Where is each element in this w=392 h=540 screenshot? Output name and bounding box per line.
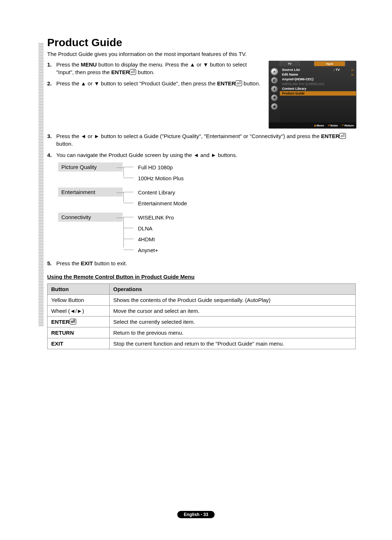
table-row: Wheel (◄/►)Move the cursor and select an… xyxy=(48,306,356,317)
step-text: Press the ◄ or ► button to select a Guid… xyxy=(56,132,356,148)
tree-group: ConnectivityWISELINK ProDLNA4HDMIAnynet+ xyxy=(58,213,356,255)
osd-icon-setup: ◆ xyxy=(271,103,278,110)
hint-move: ◆Move xyxy=(314,124,324,127)
enter-icon: ⏎ xyxy=(70,319,76,325)
step-text: Press the ▲ or ▼ button to select "Produ… xyxy=(56,80,265,87)
table-row: EXITStop the current function and return… xyxy=(48,338,356,349)
enter-icon: ⏎ xyxy=(339,133,346,139)
tree-item: 4HDMI xyxy=(134,234,356,244)
osd-row: Anynet+(HDMI-CEC) xyxy=(282,77,354,82)
tree-category: Picture Quality xyxy=(58,162,123,172)
osd-icon-picture: ◐ xyxy=(271,77,278,84)
osd-label: Product Guide xyxy=(282,92,354,95)
step-4: 4. You can navigate the Product Guide sc… xyxy=(47,151,356,159)
manual-page: Product Guide The Product Guide gives yo… xyxy=(0,0,392,540)
osd-row: Source List: TV▷ xyxy=(282,68,354,72)
intro-text: The Product Guide gives you information … xyxy=(47,50,356,58)
tree-item: Full HD 1080p xyxy=(134,162,356,172)
ornament-left-bar xyxy=(38,43,44,326)
osd-footer-hints: ◆Move ⏎Enter ↶Return xyxy=(269,122,356,128)
tree-item: Entertainment Mode xyxy=(134,198,356,208)
table-row: ENTER⏎Select the currently selected item… xyxy=(48,317,356,327)
step-number: 3. xyxy=(47,132,56,148)
tree-group: Picture QualityFull HD 1080p100Hz Motion… xyxy=(58,162,356,183)
step-number: 2. xyxy=(47,80,56,87)
osd-value: : TV xyxy=(334,68,352,72)
cell-button: Yellow Button xyxy=(48,295,110,306)
tree-category: Entertainment xyxy=(58,188,123,197)
th-operations: Operations xyxy=(110,284,356,295)
tree-item: Content Library xyxy=(134,188,356,197)
table-row: Yellow ButtonShows the contents of the P… xyxy=(48,295,356,306)
enter-icon: ⏎ xyxy=(236,80,242,86)
cell-operation: Move the cursor and select an item. xyxy=(110,306,356,317)
osd-label: Edit Name xyxy=(282,73,352,76)
osd-icon-input: ▸ xyxy=(271,68,278,75)
subheading: Using the Remote Control Button in Produ… xyxy=(47,274,356,280)
osd-icon-sound: ● xyxy=(271,86,278,92)
steps-list-cont: 3. Press the ◄ or ► button to select a G… xyxy=(47,132,356,159)
step-5: 5. Press the EXIT button to exit. xyxy=(47,259,356,267)
osd-side-icons: ▸ ◐ ● ✱ ◆ xyxy=(269,66,280,123)
tree-item: WISELINK Pro xyxy=(134,213,356,222)
osd-label: Anynet+(HDMI-CEC) xyxy=(282,77,354,81)
step-text: Press the EXIT button to exit. xyxy=(56,259,356,267)
tree-category: Connectivity xyxy=(58,213,123,222)
step-text: Press the MENU button to display the men… xyxy=(56,61,265,76)
cell-button: RETURN xyxy=(48,327,110,338)
arrow-icon: ▷ xyxy=(352,68,354,72)
hint-return: ↶Return xyxy=(342,124,354,127)
osd-label: Source List xyxy=(282,68,334,72)
cell-operation: Shows the contents of the Product Guide … xyxy=(110,295,356,306)
osd-row: Edit Name▷ xyxy=(282,72,354,77)
tab-tv: TV xyxy=(280,61,299,66)
arrow-icon: ▷ xyxy=(352,73,354,76)
osd-tabs: TV Input xyxy=(269,61,356,66)
content-area: Product Guide The Product Guide gives yo… xyxy=(47,36,356,349)
step-number: 4. xyxy=(47,151,56,159)
cell-operation: Return to the previous menu. xyxy=(110,327,356,338)
cell-operation: Stop the current function and return to … xyxy=(110,338,356,349)
tab-input: Input xyxy=(314,61,345,66)
steps-list: 1. Press the MENU button to display the … xyxy=(47,61,265,129)
cell-button: ENTER⏎ xyxy=(48,317,110,327)
osd-window: TV Input ▸ ◐ ● ✱ ◆ Source List: TV▷Edit … xyxy=(269,61,356,129)
remote-operations-table: Button Operations Yellow ButtonShows the… xyxy=(47,283,356,349)
osd-label: Content Library xyxy=(282,87,354,90)
cell-button: EXIT xyxy=(48,338,110,349)
cell-button: Wheel (◄/►) xyxy=(48,306,110,317)
th-button: Button xyxy=(48,284,110,295)
osd-label: WIESLINK Pro (USB/DLNA) xyxy=(282,82,354,86)
step-text: You can navigate the Product Guide scree… xyxy=(56,151,356,159)
osd-icon-channel: ✱ xyxy=(271,94,278,101)
step-2: 2. Press the ▲ or ▼ button to select "Pr… xyxy=(47,80,265,87)
table-row: RETURNReturn to the previous menu. xyxy=(48,327,356,338)
step-number: 5. xyxy=(47,259,56,267)
step-number: 1. xyxy=(47,61,56,76)
enter-icon: ⏎ xyxy=(130,69,136,75)
tree-item: Anynet+ xyxy=(134,245,356,255)
osd-screenshot: TV Input ▸ ◐ ● ✱ ◆ Source List: TV▷Edit … xyxy=(269,61,356,129)
osd-menu-list: Source List: TV▷Edit Name▷Anynet+(HDMI-C… xyxy=(280,66,356,123)
page-title: Product Guide xyxy=(47,36,356,49)
osd-row: WIESLINK Pro (USB/DLNA) xyxy=(282,82,354,86)
osd-row: Content Library xyxy=(282,86,354,91)
hint-enter: ⏎Enter xyxy=(328,124,338,127)
osd-row: Product Guide xyxy=(280,91,356,96)
tree-group: EntertainmentContent LibraryEntertainmen… xyxy=(58,188,356,208)
tree-item: 100Hz Motion Plus xyxy=(134,173,356,183)
steps-list-end: 5. Press the EXIT button to exit. xyxy=(47,259,356,267)
page-footer-badge: English - 33 xyxy=(177,511,215,518)
cell-operation: Select the currently selected item. xyxy=(110,317,356,327)
step-3: 3. Press the ◄ or ► button to select a G… xyxy=(47,132,356,148)
tree-item: DLNA xyxy=(134,223,356,233)
step-1: 1. Press the MENU button to display the … xyxy=(47,61,265,76)
feature-tree: Picture QualityFull HD 1080p100Hz Motion… xyxy=(58,162,356,255)
